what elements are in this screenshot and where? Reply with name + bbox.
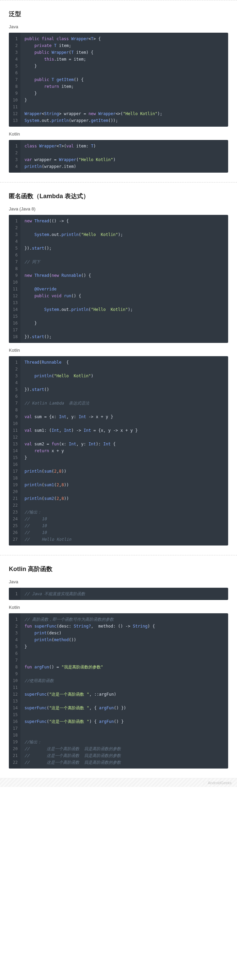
line-number: 4: [9, 56, 21, 63]
line-number: 12: [9, 434, 21, 441]
line-number: 25: [9, 522, 21, 529]
line-number: 18: [9, 475, 21, 482]
line-number: 19: [9, 738, 21, 745]
line-number: 22: [9, 759, 21, 766]
line-number: 7: [9, 400, 21, 407]
line-number: 11: [9, 684, 21, 691]
line-number: 4: [9, 163, 21, 170]
line-number: 15: [9, 711, 21, 718]
code-content[interactable]: new Thread(() -> { System.out.println("H…: [21, 215, 228, 343]
line-number: 14: [9, 705, 21, 711]
line-number-gutter: 12345678910111213141516171819202122: [9, 613, 21, 768]
code-content[interactable]: // 高阶函数，即一个函数可作为高阶函数的参数 fun superFunc(de…: [21, 613, 228, 768]
code-content[interactable]: class Wrapper<T>(val item: T) var wrappe…: [21, 140, 228, 173]
code-block: 123456789101112131415161718new Thread(()…: [9, 215, 228, 343]
line-number-gutter: 1234567891011121314151617181920212223242…: [9, 356, 21, 546]
line-number: 10: [9, 279, 21, 286]
language-label: Java: [9, 579, 228, 584]
line-number: 20: [9, 745, 21, 752]
line-number: 8: [9, 407, 21, 414]
line-number: 7: [9, 657, 21, 663]
line-number: 11: [9, 427, 21, 434]
line-number: 12: [9, 110, 21, 117]
line-number: 4: [9, 379, 21, 386]
line-number: 13: [9, 117, 21, 124]
code-content[interactable]: // Java 不能直接实现高阶函数: [21, 588, 228, 600]
line-number: 6: [9, 70, 21, 76]
line-number: 2: [9, 42, 21, 49]
line-number: 10: [9, 677, 21, 684]
line-number: 3: [9, 231, 21, 238]
line-number: 21: [9, 495, 21, 502]
line-number-gutter: 123456789101112131415161718: [9, 215, 21, 343]
line-number: 11: [9, 103, 21, 110]
code-block: 1234567891011121314151617181920212223242…: [9, 356, 228, 546]
line-number: 1: [9, 143, 21, 150]
language-label: Kotlin: [9, 348, 228, 353]
line-number: 15: [9, 454, 21, 461]
line-number: 2: [9, 150, 21, 156]
line-number: 4: [9, 636, 21, 643]
line-number: 1: [9, 218, 21, 224]
code-content[interactable]: Thread(Runnable { println("Hello Kotlin"…: [21, 356, 228, 546]
line-number: 8: [9, 265, 21, 272]
line-number: 1: [9, 359, 21, 366]
section-title: 泛型: [9, 10, 228, 18]
section: 泛型Java12345678910111213public final clas…: [0, 0, 237, 182]
line-number: 3: [9, 630, 21, 636]
line-number: 14: [9, 447, 21, 454]
language-label: Java: [9, 24, 228, 29]
line-number: 12: [9, 691, 21, 698]
line-number: 13: [9, 299, 21, 306]
line-number: 26: [9, 529, 21, 536]
line-number: 2: [9, 623, 21, 630]
line-number: 22: [9, 502, 21, 509]
footer-brand-text: AndroidGeeks: [208, 781, 232, 785]
line-number: 1: [9, 590, 21, 597]
footer-brand-stripe: AndroidGeeks: [0, 778, 237, 787]
line-number: 3: [9, 49, 21, 56]
line-number: 5: [9, 63, 21, 70]
line-number: 21: [9, 752, 21, 759]
line-number-gutter: 1234: [9, 140, 21, 173]
line-number: 5: [9, 643, 21, 650]
line-number: 13: [9, 441, 21, 447]
line-number: 3: [9, 372, 21, 379]
line-number: 5: [9, 245, 21, 251]
line-number: 7: [9, 76, 21, 83]
line-number: 4: [9, 238, 21, 245]
line-number: 9: [9, 670, 21, 677]
line-number: 17: [9, 725, 21, 732]
line-number: 14: [9, 306, 21, 313]
code-block: 12345678910111213public final class Wrap…: [9, 33, 228, 127]
line-number: 16: [9, 461, 21, 468]
code-content[interactable]: public final class Wrapper<T> { private …: [21, 33, 228, 127]
section-title: 匿名函数（Lambda 表达式）: [9, 192, 228, 200]
line-number: 8: [9, 83, 21, 90]
line-number: 16: [9, 718, 21, 725]
line-number: 10: [9, 420, 21, 427]
line-number: 3: [9, 156, 21, 163]
line-number: 1: [9, 616, 21, 623]
line-number: 7: [9, 258, 21, 265]
line-number: 16: [9, 320, 21, 326]
line-number: 24: [9, 515, 21, 522]
line-number: 17: [9, 326, 21, 333]
code-block: 1// Java 不能直接实现高阶函数: [9, 588, 228, 600]
footer-menu-icon: [202, 780, 208, 785]
section: Kotlin 高阶函数Java1// Java 不能直接实现高阶函数Kotlin…: [0, 555, 237, 778]
line-number: 23: [9, 509, 21, 515]
line-number: 10: [9, 97, 21, 103]
line-number: 2: [9, 366, 21, 372]
section: 匿名函数（Lambda 表达式）Java (Java 8)12345678910…: [0, 183, 237, 555]
line-number: 9: [9, 90, 21, 97]
line-number: 20: [9, 488, 21, 495]
line-number: 15: [9, 313, 21, 320]
line-number: 19: [9, 482, 21, 488]
line-number: 12: [9, 293, 21, 299]
line-number: 1: [9, 35, 21, 42]
line-number: 2: [9, 224, 21, 231]
line-number: 6: [9, 650, 21, 657]
line-number: 5: [9, 386, 21, 393]
line-number: 8: [9, 663, 21, 670]
